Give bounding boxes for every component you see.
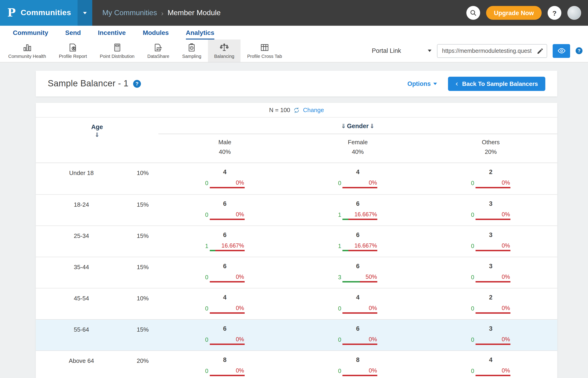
product-switcher[interactable]: P Communities (0, 0, 92, 26)
breadcrumb-my-communities[interactable]: My Communities (102, 9, 157, 17)
cell-bar-area: 0% (476, 367, 510, 376)
balance-cell: 400% (158, 294, 291, 314)
cell-progress-pct: 16.667% (222, 242, 245, 249)
row-dimension-header[interactable]: Age ⇓ (36, 118, 158, 162)
balancer-actions: Options ‹ Back To Sample Balancers (407, 77, 545, 91)
table-row: 45-5410%400%400%200% (36, 288, 557, 319)
refresh-icon[interactable] (293, 107, 300, 113)
cell-progress: 00% (205, 211, 245, 220)
progress-bar (476, 343, 510, 345)
cell-current-count: 0 (471, 212, 474, 218)
progress-bar (210, 312, 245, 313)
cell-target-count: 6 (223, 200, 226, 207)
tab-send[interactable]: Send (65, 26, 81, 40)
toolbar-item-profile-cross-tab[interactable]: Profile Cross Tab (241, 40, 288, 62)
balance-cell: 400% (291, 168, 424, 189)
toolbar-item-community-health[interactable]: Community Health (2, 40, 52, 62)
cell-progress: 00% (338, 305, 378, 313)
upgrade-now-button[interactable]: Upgrade Now (486, 6, 542, 20)
cell-target-count: 4 (223, 168, 226, 175)
progress-bar (343, 375, 378, 376)
cell-progress: 116.667% (338, 242, 378, 251)
profile-cross-tab-icon (260, 43, 269, 52)
row-target-pct: 20% (127, 356, 158, 376)
title-help-icon[interactable]: ? (133, 80, 141, 87)
cell-progress: 00% (471, 305, 510, 313)
cell-current-count: 0 (205, 274, 209, 280)
tab-analytics[interactable]: Analytics (186, 26, 214, 40)
toolbar-item-profile-report[interactable]: Profile Report (52, 40, 93, 62)
portal-link-select[interactable]: Portal Link (372, 47, 431, 54)
header-help-button[interactable]: ? (548, 6, 561, 20)
question-icon: ? (552, 9, 557, 17)
portal-url-field (437, 44, 547, 58)
cell-bar-area: 0% (210, 211, 245, 220)
table-row: 55-6415%600%600%300% (36, 319, 557, 350)
product-switcher-caret[interactable] (78, 0, 92, 26)
progress-bar (343, 312, 378, 313)
col-dimension-header[interactable]: ⇓ Gender ⇓ (158, 118, 557, 134)
app-root: P Communities My Communities › Member Mo… (0, 0, 588, 378)
toolbar-item-label: Point Distribution (100, 54, 134, 59)
search-button[interactable] (466, 6, 480, 20)
cell-progress: 00% (471, 242, 510, 251)
row-label: 35-44 (36, 262, 127, 283)
change-n-link[interactable]: Change (303, 107, 324, 113)
cell-progress-pct: 0% (502, 336, 510, 342)
cell-current-count: 0 (338, 368, 341, 374)
cell-target-count: 3 (489, 262, 493, 269)
cell-current-count: 0 (338, 305, 341, 312)
cell-progress: 116.667% (205, 242, 245, 251)
sampling-icon (187, 43, 196, 52)
avatar[interactable] (567, 6, 581, 20)
balancing-icon (219, 43, 229, 52)
cell-bar-area: 0% (343, 179, 378, 188)
cell-progress: 00% (205, 273, 245, 282)
tab-community[interactable]: Community (13, 26, 48, 40)
row-target-pct: 10% (127, 168, 158, 189)
tab-modules[interactable]: Modules (143, 26, 169, 40)
cell-bar-area: 16.667% (343, 211, 378, 220)
cell-progress: 00% (205, 336, 245, 345)
balancer-header-card: Sample Balancer - 1 ? Options ‹ Back To … (36, 71, 557, 96)
cell-bar-area: 0% (476, 211, 510, 220)
toolbar-item-label: Sampling (182, 54, 201, 59)
balance-cell: 800% (158, 356, 291, 376)
cell-bar-area: 0% (210, 179, 245, 188)
toolbar-item-datashare[interactable]: DataShare (141, 40, 176, 62)
balance-cell: 300% (424, 231, 557, 251)
back-to-sample-balancers-button[interactable]: ‹ Back To Sample Balancers (448, 77, 545, 91)
preview-portal-button[interactable] (553, 44, 570, 58)
toolbar-item-balancing[interactable]: Balancing (208, 40, 241, 62)
cell-progress-pct: 0% (502, 305, 510, 311)
table-row: Above 6420%800%800%400% (36, 350, 557, 378)
balance-cell: 600% (158, 200, 291, 220)
column-name: Others (424, 138, 557, 148)
balance-cell: 300% (424, 325, 557, 345)
cell-bar-area: 0% (210, 367, 245, 376)
cell-progress: 00% (205, 305, 245, 313)
cell-progress: 116.667% (338, 211, 378, 220)
portal-url-input[interactable] (437, 44, 547, 58)
community-health-icon (22, 43, 32, 52)
row-label: 45-54 (36, 294, 127, 314)
cell-target-count: 8 (356, 356, 359, 363)
balance-cell: 300% (424, 262, 557, 283)
options-dropdown[interactable]: Options (407, 80, 437, 87)
edit-pencil-icon[interactable] (536, 47, 544, 54)
questionpro-logo-icon: P (7, 7, 16, 18)
progress-bar (343, 343, 378, 345)
cell-bar-area: 0% (343, 336, 378, 345)
cell-target-count: 4 (489, 356, 493, 363)
cell-progress: 00% (205, 179, 245, 188)
toolbar-item-point-distribution[interactable]: Point Distribution (93, 40, 141, 62)
toolbar-item-sampling[interactable]: Sampling (176, 40, 208, 62)
tab-incentive[interactable]: Incentive (98, 26, 126, 40)
toolbar-item-label: Balancing (214, 54, 234, 59)
cell-current-count: 0 (471, 305, 474, 312)
cell-current-count: 0 (471, 243, 474, 249)
table-row: Under 1810%400%400%200% (36, 163, 557, 194)
sort-arrow-icon: ⇓ (94, 132, 100, 138)
toolbar-help-icon[interactable]: ? (575, 47, 583, 54)
column-target-pct: 40% (291, 148, 424, 157)
